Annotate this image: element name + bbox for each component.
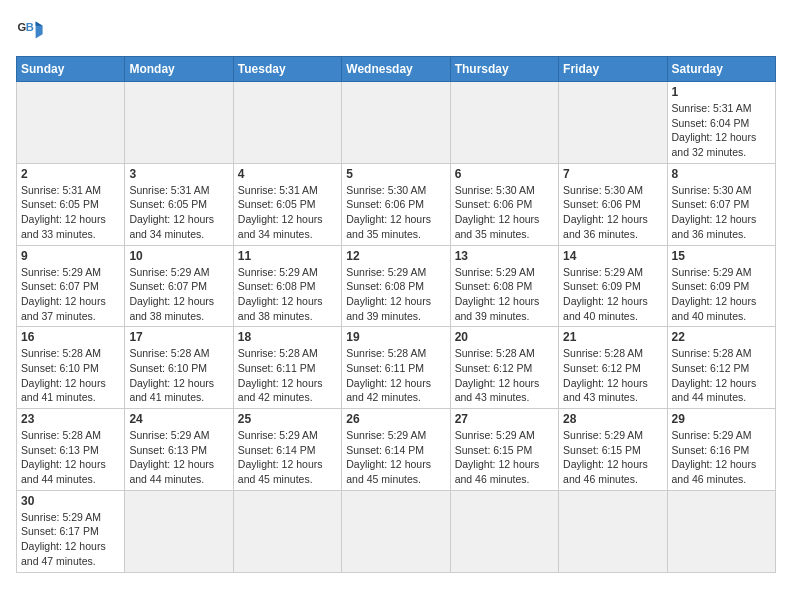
day-info: Sunrise: 5:29 AMSunset: 6:14 PMDaylight:…: [238, 428, 337, 487]
calendar-day-cell: 30Sunrise: 5:29 AMSunset: 6:17 PMDayligh…: [17, 490, 125, 572]
calendar-day-cell: 21Sunrise: 5:28 AMSunset: 6:12 PMDayligh…: [559, 327, 667, 409]
calendar-day-cell: 19Sunrise: 5:28 AMSunset: 6:11 PMDayligh…: [342, 327, 450, 409]
calendar-day-cell: 4Sunrise: 5:31 AMSunset: 6:05 PMDaylight…: [233, 163, 341, 245]
weekday-row: SundayMondayTuesdayWednesdayThursdayFrid…: [17, 57, 776, 82]
day-info: Sunrise: 5:30 AMSunset: 6:06 PMDaylight:…: [346, 183, 445, 242]
calendar-day-cell: 29Sunrise: 5:29 AMSunset: 6:16 PMDayligh…: [667, 409, 775, 491]
calendar-day-cell: [342, 82, 450, 164]
calendar-week-row: 23Sunrise: 5:28 AMSunset: 6:13 PMDayligh…: [17, 409, 776, 491]
calendar-day-cell: 22Sunrise: 5:28 AMSunset: 6:12 PMDayligh…: [667, 327, 775, 409]
day-info: Sunrise: 5:29 AMSunset: 6:07 PMDaylight:…: [21, 265, 120, 324]
calendar-week-row: 1Sunrise: 5:31 AMSunset: 6:04 PMDaylight…: [17, 82, 776, 164]
calendar-day-cell: 17Sunrise: 5:28 AMSunset: 6:10 PMDayligh…: [125, 327, 233, 409]
calendar-day-cell: 8Sunrise: 5:30 AMSunset: 6:07 PMDaylight…: [667, 163, 775, 245]
day-number: 18: [238, 330, 337, 344]
day-number: 9: [21, 249, 120, 263]
calendar-day-cell: 9Sunrise: 5:29 AMSunset: 6:07 PMDaylight…: [17, 245, 125, 327]
day-number: 23: [21, 412, 120, 426]
day-info: Sunrise: 5:28 AMSunset: 6:11 PMDaylight:…: [238, 346, 337, 405]
weekday-header-friday: Friday: [559, 57, 667, 82]
calendar-day-cell: 14Sunrise: 5:29 AMSunset: 6:09 PMDayligh…: [559, 245, 667, 327]
day-info: Sunrise: 5:31 AMSunset: 6:05 PMDaylight:…: [129, 183, 228, 242]
calendar-day-cell: 12Sunrise: 5:29 AMSunset: 6:08 PMDayligh…: [342, 245, 450, 327]
svg-text:B: B: [26, 21, 34, 33]
calendar-day-cell: 27Sunrise: 5:29 AMSunset: 6:15 PMDayligh…: [450, 409, 558, 491]
day-number: 21: [563, 330, 662, 344]
day-info: Sunrise: 5:29 AMSunset: 6:09 PMDaylight:…: [672, 265, 771, 324]
calendar-header: SundayMondayTuesdayWednesdayThursdayFrid…: [17, 57, 776, 82]
logo: G B: [16, 16, 48, 44]
day-number: 3: [129, 167, 228, 181]
weekday-header-sunday: Sunday: [17, 57, 125, 82]
calendar-day-cell: 13Sunrise: 5:29 AMSunset: 6:08 PMDayligh…: [450, 245, 558, 327]
calendar-day-cell: 7Sunrise: 5:30 AMSunset: 6:06 PMDaylight…: [559, 163, 667, 245]
day-info: Sunrise: 5:29 AMSunset: 6:14 PMDaylight:…: [346, 428, 445, 487]
calendar-day-cell: 28Sunrise: 5:29 AMSunset: 6:15 PMDayligh…: [559, 409, 667, 491]
day-info: Sunrise: 5:28 AMSunset: 6:11 PMDaylight:…: [346, 346, 445, 405]
day-info: Sunrise: 5:28 AMSunset: 6:12 PMDaylight:…: [563, 346, 662, 405]
calendar-day-cell: [342, 490, 450, 572]
calendar-day-cell: 25Sunrise: 5:29 AMSunset: 6:14 PMDayligh…: [233, 409, 341, 491]
calendar-day-cell: [559, 490, 667, 572]
calendar-day-cell: [233, 490, 341, 572]
day-info: Sunrise: 5:29 AMSunset: 6:08 PMDaylight:…: [238, 265, 337, 324]
calendar-day-cell: [233, 82, 341, 164]
day-info: Sunrise: 5:30 AMSunset: 6:06 PMDaylight:…: [455, 183, 554, 242]
calendar-day-cell: 20Sunrise: 5:28 AMSunset: 6:12 PMDayligh…: [450, 327, 558, 409]
day-info: Sunrise: 5:29 AMSunset: 6:16 PMDaylight:…: [672, 428, 771, 487]
svg-marker-3: [36, 22, 43, 26]
day-number: 24: [129, 412, 228, 426]
logo-icon: G B: [16, 16, 44, 44]
day-info: Sunrise: 5:30 AMSunset: 6:06 PMDaylight:…: [563, 183, 662, 242]
day-info: Sunrise: 5:29 AMSunset: 6:15 PMDaylight:…: [563, 428, 662, 487]
day-number: 5: [346, 167, 445, 181]
day-info: Sunrise: 5:30 AMSunset: 6:07 PMDaylight:…: [672, 183, 771, 242]
day-info: Sunrise: 5:31 AMSunset: 6:05 PMDaylight:…: [238, 183, 337, 242]
day-number: 29: [672, 412, 771, 426]
day-info: Sunrise: 5:29 AMSunset: 6:08 PMDaylight:…: [346, 265, 445, 324]
calendar-day-cell: 11Sunrise: 5:29 AMSunset: 6:08 PMDayligh…: [233, 245, 341, 327]
calendar-day-cell: [17, 82, 125, 164]
day-info: Sunrise: 5:31 AMSunset: 6:05 PMDaylight:…: [21, 183, 120, 242]
calendar-day-cell: [559, 82, 667, 164]
calendar-day-cell: [450, 490, 558, 572]
day-info: Sunrise: 5:29 AMSunset: 6:09 PMDaylight:…: [563, 265, 662, 324]
day-number: 26: [346, 412, 445, 426]
day-info: Sunrise: 5:29 AMSunset: 6:07 PMDaylight:…: [129, 265, 228, 324]
day-number: 13: [455, 249, 554, 263]
day-number: 10: [129, 249, 228, 263]
day-info: Sunrise: 5:29 AMSunset: 6:13 PMDaylight:…: [129, 428, 228, 487]
calendar-day-cell: 2Sunrise: 5:31 AMSunset: 6:05 PMDaylight…: [17, 163, 125, 245]
day-number: 14: [563, 249, 662, 263]
day-number: 19: [346, 330, 445, 344]
day-number: 1: [672, 85, 771, 99]
day-info: Sunrise: 5:28 AMSunset: 6:12 PMDaylight:…: [672, 346, 771, 405]
svg-text:G: G: [17, 21, 26, 33]
day-number: 27: [455, 412, 554, 426]
calendar-week-row: 16Sunrise: 5:28 AMSunset: 6:10 PMDayligh…: [17, 327, 776, 409]
day-info: Sunrise: 5:29 AMSunset: 6:17 PMDaylight:…: [21, 510, 120, 569]
day-number: 12: [346, 249, 445, 263]
weekday-header-monday: Monday: [125, 57, 233, 82]
calendar-day-cell: [125, 490, 233, 572]
day-info: Sunrise: 5:28 AMSunset: 6:12 PMDaylight:…: [455, 346, 554, 405]
calendar-day-cell: 6Sunrise: 5:30 AMSunset: 6:06 PMDaylight…: [450, 163, 558, 245]
calendar-table: SundayMondayTuesdayWednesdayThursdayFrid…: [16, 56, 776, 573]
calendar-day-cell: 10Sunrise: 5:29 AMSunset: 6:07 PMDayligh…: [125, 245, 233, 327]
day-number: 17: [129, 330, 228, 344]
day-number: 20: [455, 330, 554, 344]
calendar-day-cell: 1Sunrise: 5:31 AMSunset: 6:04 PMDaylight…: [667, 82, 775, 164]
day-number: 4: [238, 167, 337, 181]
day-info: Sunrise: 5:28 AMSunset: 6:10 PMDaylight:…: [129, 346, 228, 405]
calendar-week-row: 30Sunrise: 5:29 AMSunset: 6:17 PMDayligh…: [17, 490, 776, 572]
weekday-header-thursday: Thursday: [450, 57, 558, 82]
day-number: 16: [21, 330, 120, 344]
calendar-day-cell: [667, 490, 775, 572]
day-number: 15: [672, 249, 771, 263]
day-number: 7: [563, 167, 662, 181]
calendar-body: 1Sunrise: 5:31 AMSunset: 6:04 PMDaylight…: [17, 82, 776, 573]
day-number: 11: [238, 249, 337, 263]
weekday-header-saturday: Saturday: [667, 57, 775, 82]
calendar-day-cell: 26Sunrise: 5:29 AMSunset: 6:14 PMDayligh…: [342, 409, 450, 491]
day-info: Sunrise: 5:29 AMSunset: 6:08 PMDaylight:…: [455, 265, 554, 324]
